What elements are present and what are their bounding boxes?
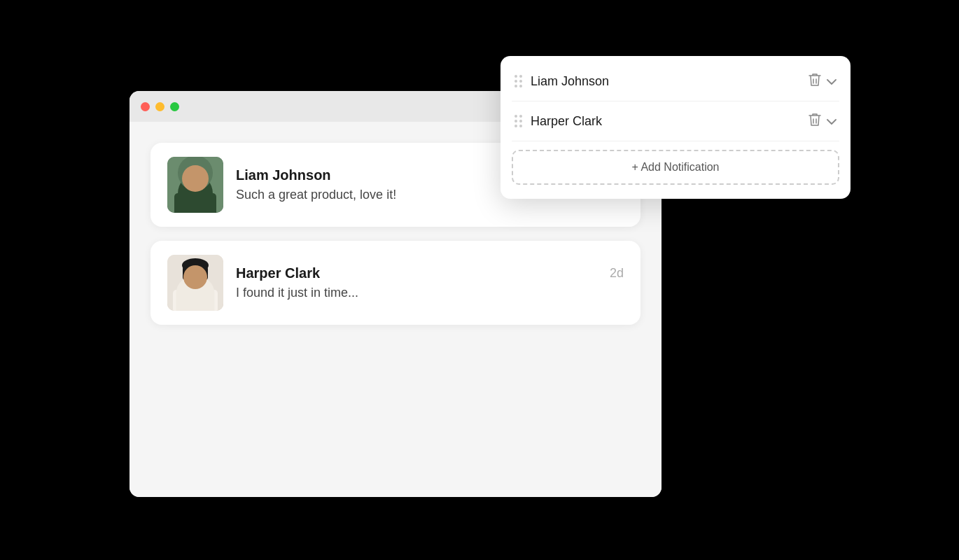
notification-name-liam: Liam Johnson <box>236 167 331 183</box>
notification-card-harper: Harper Clark 2d I found it just in time.… <box>150 241 640 325</box>
svg-rect-5 <box>181 164 209 172</box>
maximize-button[interactable] <box>170 102 179 111</box>
drag-dot <box>519 120 522 122</box>
svg-rect-1 <box>174 193 216 213</box>
drag-handle-liam[interactable] <box>514 75 522 88</box>
dropdown-actions-harper <box>808 113 836 130</box>
dropdown-name-harper: Harper Clark <box>531 114 800 129</box>
minimize-button[interactable] <box>155 102 164 111</box>
avatar-liam <box>167 157 223 213</box>
drag-dot-row <box>514 85 522 88</box>
svg-rect-18 <box>201 265 208 281</box>
drag-dot <box>514 120 517 122</box>
dropdown-name-liam: Liam Johnson <box>531 74 800 89</box>
drag-handle-harper[interactable] <box>514 115 522 127</box>
close-button[interactable] <box>141 102 150 111</box>
notification-time-harper: 2d <box>610 266 624 281</box>
avatar-harper <box>167 255 223 311</box>
drag-dot-row <box>514 75 522 78</box>
drag-dot-row <box>514 125 522 127</box>
drag-dot <box>514 80 517 83</box>
svg-rect-14 <box>190 281 201 290</box>
drag-dot-row <box>514 120 522 122</box>
chevron-down-icon-harper[interactable] <box>827 115 836 127</box>
dropdown-panel: Liam Johnson <box>500 56 850 199</box>
svg-rect-17 <box>183 265 190 281</box>
svg-point-10 <box>194 183 197 186</box>
svg-point-21 <box>194 278 197 280</box>
drag-dot <box>519 80 522 83</box>
dropdown-item-liam: Liam Johnson <box>500 62 850 101</box>
dropdown-actions-liam <box>808 73 836 90</box>
svg-point-16 <box>182 258 209 272</box>
notification-message-harper: I found it just in time... <box>236 286 624 300</box>
svg-point-20 <box>199 272 202 276</box>
drag-dot-row <box>514 115 522 118</box>
drag-dot <box>519 125 522 127</box>
notification-info-harper: Harper Clark 2d I found it just in time.… <box>236 265 624 300</box>
drag-dot <box>514 75 517 78</box>
svg-rect-12 <box>173 290 218 311</box>
drag-dot <box>519 85 522 88</box>
notification-header-harper: Harper Clark 2d <box>236 265 624 281</box>
drag-dot <box>514 115 517 118</box>
add-notification-button[interactable]: + Add Notification <box>512 150 839 185</box>
svg-point-19 <box>189 272 192 276</box>
notification-name-harper: Harper Clark <box>236 265 320 281</box>
dropdown-divider-2 <box>512 141 839 141</box>
drag-dot <box>514 125 517 127</box>
trash-icon-harper[interactable] <box>808 113 821 130</box>
svg-point-3 <box>182 167 209 195</box>
drag-dot <box>514 85 517 88</box>
svg-rect-2 <box>190 188 201 197</box>
scene: Liam Johnson 10h Such a great product, l… <box>0 0 959 560</box>
svg-point-7 <box>198 178 202 183</box>
svg-point-9 <box>200 180 202 183</box>
drag-dot-row <box>514 80 522 83</box>
dropdown-item-harper: Harper Clark <box>500 102 850 141</box>
drag-dot <box>519 115 522 118</box>
trash-icon-liam[interactable] <box>808 73 821 90</box>
svg-point-8 <box>190 180 192 183</box>
svg-rect-13 <box>180 286 211 300</box>
svg-point-6 <box>188 178 192 183</box>
drag-dot <box>519 75 522 78</box>
chevron-down-icon-liam[interactable] <box>827 76 836 87</box>
